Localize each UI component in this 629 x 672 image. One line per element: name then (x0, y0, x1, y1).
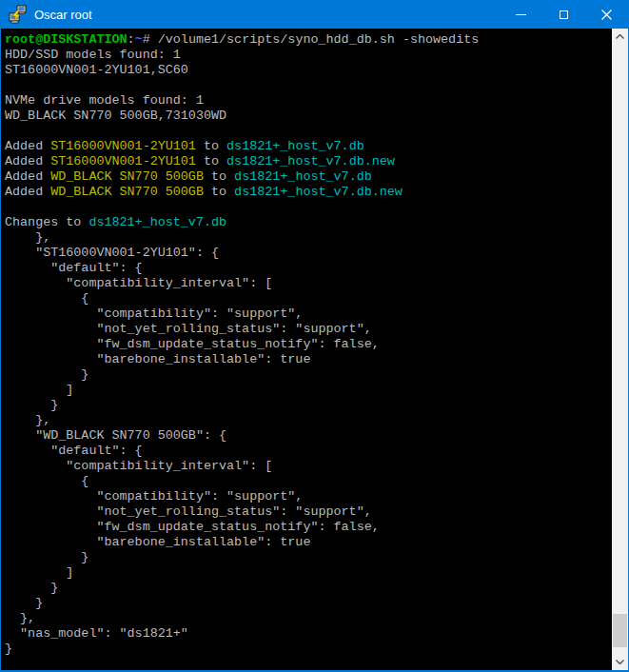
terminal-output: root@DISKSTATION:~# /volume1/scripts/syn… (5, 32, 612, 670)
terminal-line: "compatibility": "support", (5, 306, 612, 322)
terminal-text-segment: "ST16000VN001-2YU101": { (5, 246, 219, 260)
close-icon (601, 10, 612, 20)
terminal-text-segment: Added (5, 169, 50, 184)
terminal-text-segment: "not_yet_rolling_status": "support", (5, 504, 372, 519)
terminal-line: "compatibility_interval": [ (5, 276, 612, 291)
terminal-line: root@DISKSTATION:~# /volume1/scripts/syn… (5, 32, 612, 48)
terminal-line: } (5, 367, 612, 383)
terminal-text-segment: # /volume1/scripts/syno_hdd_db.sh -showe… (143, 32, 480, 47)
chevron-up-icon (616, 34, 624, 39)
terminal-line: } (5, 596, 612, 611)
terminal-text-segment: "WD_BLACK SN770 500GB": { (5, 428, 226, 443)
terminal-text-segment: "compatibility": "support", (5, 306, 303, 321)
terminal-line: } (5, 642, 612, 657)
terminal-screen[interactable]: root@DISKSTATION:~# /volume1/scripts/syn… (1, 29, 628, 670)
scrollbar[interactable] (612, 29, 628, 670)
terminal-text-segment: ~ (135, 32, 143, 47)
terminal-line: "WD_BLACK SN770 500GB": { (5, 428, 612, 444)
terminal-text-segment: "default": { (5, 444, 143, 458)
terminal-line: "barebone_installable": true (5, 352, 612, 367)
terminal-text-segment: WD_BLACK SN770 500GB (50, 185, 204, 199)
terminal-text-segment: : (128, 32, 135, 47)
terminal-line: "not_yet_rolling_status": "support", (5, 322, 612, 337)
terminal-line: ] (5, 383, 612, 398)
terminal-text-segment: ds1821+_host_v7.db (226, 139, 364, 153)
terminal-text-segment: } (5, 367, 88, 382)
terminal-line: "compatibility_interval": [ (5, 459, 612, 474)
terminal-text-segment: to (204, 169, 234, 184)
terminal-line: "barebone_installable": true (5, 535, 612, 550)
terminal-line: "fw_dsm_update_status_notify": false, (5, 520, 612, 535)
terminal-line: "default": { (5, 444, 612, 459)
terminal-text-segment: to (196, 139, 226, 153)
terminal-text-segment: ds1821+_host_v7.db.new (226, 154, 395, 168)
terminal-line: HDD/SSD models found: 1 (5, 48, 612, 63)
terminal-text-segment: to (196, 154, 226, 168)
terminal-line: ST16000VN001-2YU101,SC60 (5, 63, 612, 78)
close-button[interactable] (585, 0, 628, 29)
terminal-text-segment: ST16000VN001-2YU101 (50, 154, 196, 168)
terminal-line: } (5, 550, 612, 565)
putty-window: Oscar root root@DISKSTATION:~# /volume1/… (0, 0, 629, 672)
terminal-text-segment: ds1821+_host_v7.db (234, 169, 372, 184)
terminal-line: { (5, 291, 612, 306)
terminal-line: "compatibility": "support", (5, 489, 612, 504)
minimize-button[interactable] (500, 0, 542, 29)
scrollbar-down-button[interactable] (612, 654, 628, 670)
terminal-text-segment: HDD/SSD models found: 1 (5, 48, 181, 62)
terminal-text-segment: WD_BLACK SN770 500GB,731030WD (5, 109, 226, 123)
putty-app-icon[interactable] (8, 4, 29, 25)
terminal-line: } (5, 581, 612, 596)
terminal-text-segment: Changes to (5, 215, 88, 229)
terminal-line: Added ST16000VN001-2YU101 to ds1821+_hos… (5, 154, 612, 169)
terminal-text-segment: "compatibility": "support", (5, 489, 303, 504)
terminal-line: Added ST16000VN001-2YU101 to ds1821+_hos… (5, 139, 612, 154)
terminal-text-segment: NVMe drive models found: 1 (5, 93, 204, 108)
terminal-text-segment: }, (5, 413, 50, 427)
terminal-text-segment: ST16000VN001-2YU101,SC60 (5, 63, 188, 77)
terminal-text-segment: "barebone_installable": true (5, 352, 310, 366)
terminal-text-segment: } (5, 596, 43, 610)
terminal-line: }, (5, 413, 612, 428)
terminal-text-segment: ds1821+_host_v7.db (88, 215, 226, 229)
terminal-line (5, 78, 612, 93)
terminal-text-segment: Added (5, 154, 50, 168)
terminal-line: "ST16000VN001-2YU101": { (5, 246, 612, 261)
terminal-line (5, 200, 612, 215)
terminal-line: } (5, 398, 612, 413)
terminal-line: "not_yet_rolling_status": "support", (5, 504, 612, 520)
terminal-text-segment: } (5, 398, 58, 412)
terminal-text-segment: "compatibility_interval": [ (5, 459, 272, 473)
terminal-text-segment: root@DISKSTATION (5, 32, 128, 47)
terminal-text-segment: } (5, 550, 88, 564)
terminal-line: "default": { (5, 261, 612, 276)
window-title: Oscar root (34, 8, 500, 22)
window-controls (500, 0, 628, 29)
scrollbar-thumb[interactable] (613, 614, 627, 647)
terminal-line: WD_BLACK SN770 500GB,731030WD (5, 109, 612, 124)
titlebar[interactable]: Oscar root (1, 0, 628, 29)
terminal-line: NVMe drive models found: 1 (5, 93, 612, 109)
terminal-text-segment: "fw_dsm_update_status_notify": false, (5, 337, 380, 351)
terminal-line: }, (5, 611, 612, 626)
terminal-line (5, 124, 612, 139)
terminal-text-segment: }, (5, 611, 35, 625)
terminal-line: Changes to ds1821+_host_v7.db (5, 215, 612, 230)
maximize-button[interactable] (542, 0, 585, 29)
terminal-text-segment: { (5, 474, 88, 488)
terminal-text-segment: to (204, 185, 234, 199)
terminal-text-segment: Added (5, 139, 50, 153)
terminal-text-segment: WD_BLACK SN770 500GB (50, 169, 204, 184)
terminal-text-segment: "default": { (5, 261, 143, 275)
terminal-line: }, (5, 230, 612, 246)
terminal-text-segment: "nas_model": "ds1821+" (5, 626, 188, 641)
terminal-text-segment: "compatibility_interval": [ (5, 276, 272, 290)
terminal-line: "nas_model": "ds1821+" (5, 626, 612, 642)
scrollbar-up-button[interactable] (612, 29, 628, 45)
chevron-down-icon (616, 660, 624, 664)
terminal-text-segment: Added (5, 185, 50, 199)
terminal-text-segment: ds1821+_host_v7.db.new (234, 185, 403, 199)
terminal-line: ] (5, 565, 612, 581)
minimize-icon (516, 14, 526, 15)
terminal-text-segment: } (5, 642, 12, 656)
